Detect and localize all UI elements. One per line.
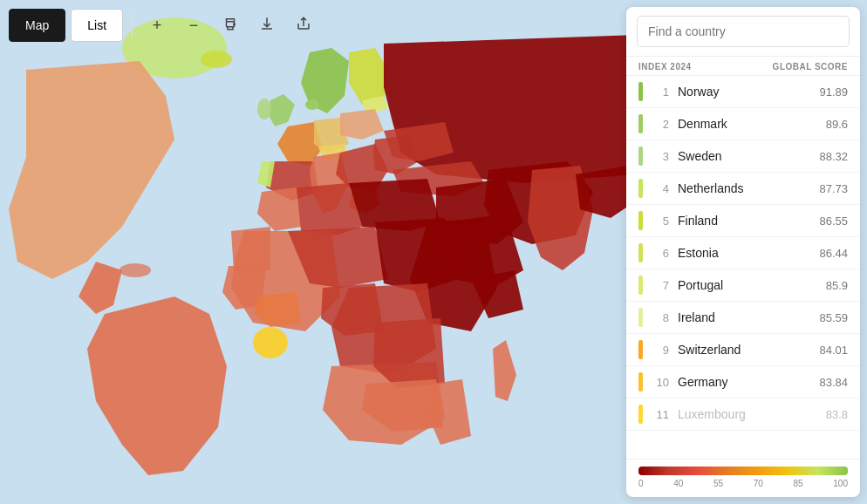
country-rank: 6 (652, 247, 669, 260)
country-row[interactable]: 7Portugal85.9 (626, 269, 860, 302)
country-list: 1Norway91.892Denmark89.63Sweden88.324Net… (626, 76, 860, 459)
print-icon (222, 16, 238, 36)
svg-point-8 (234, 24, 236, 25)
world-map[interactable] (0, 0, 637, 504)
country-rank: 4 (652, 182, 669, 195)
legend-label: 70 (754, 479, 763, 488)
country-name: Portugal (678, 278, 816, 292)
legend-label: 0 (638, 479, 644, 488)
score-color-bar (638, 405, 643, 424)
country-rank: 10 (652, 376, 669, 389)
country-name: Sweden (678, 149, 816, 163)
country-rank: 8 (652, 311, 669, 324)
svg-point-2 (119, 263, 151, 277)
country-rank: 1 (652, 85, 669, 99)
country-score: 88.32 (816, 150, 848, 163)
score-color-bar (638, 243, 643, 262)
search-input[interactable] (637, 16, 850, 47)
country-row[interactable]: 3Sweden88.32 (626, 140, 860, 173)
index-column-header: INDEX 2024 (638, 62, 692, 72)
legend-bar (638, 467, 848, 475)
score-color-bar (638, 276, 643, 295)
country-row[interactable]: 9Switzerland84.01 (626, 334, 860, 366)
country-row[interactable]: 10Germany83.84 (626, 366, 860, 398)
score-color-bar (638, 82, 643, 101)
country-score: 84.01 (816, 344, 848, 357)
score-color-bar (638, 179, 643, 198)
zoom-in-icon: + (153, 17, 162, 35)
svg-point-6 (201, 51, 232, 68)
country-rank: 9 (652, 344, 669, 357)
toolbar: Map List + − (9, 9, 319, 42)
country-name: Denmark (678, 117, 816, 131)
country-name: Norway (678, 85, 816, 99)
country-score: 85.9 (816, 279, 848, 292)
svg-point-5 (253, 327, 288, 358)
country-name: Ireland (678, 310, 816, 324)
legend: 040557085100 (626, 459, 860, 497)
svg-point-3 (257, 99, 271, 119)
country-rank: 3 (652, 150, 669, 163)
table-header: INDEX 2024 GLOBAL SCORE (626, 57, 860, 76)
map-tab[interactable]: Map (9, 9, 65, 42)
country-name: Netherlands (678, 181, 816, 195)
legend-label: 85 (794, 479, 803, 488)
zoom-out-button[interactable]: − (178, 10, 209, 41)
country-row[interactable]: 2Denmark89.6 (626, 108, 860, 140)
country-rank: 7 (652, 279, 669, 292)
country-score: 91.89 (816, 85, 848, 99)
country-rank: 5 (652, 215, 669, 228)
download-button[interactable] (251, 10, 283, 41)
country-name: Estonia (678, 246, 816, 260)
score-color-bar (638, 146, 643, 166)
country-score: 89.6 (816, 118, 848, 131)
country-row[interactable]: 1Norway91.89 (626, 76, 860, 108)
legend-label: 55 (713, 479, 723, 488)
score-column-header: GLOBAL SCORE (773, 62, 848, 72)
country-row[interactable]: 8Ireland85.59 (626, 302, 860, 334)
share-icon (296, 16, 311, 36)
print-button[interactable] (215, 10, 246, 41)
zoom-out-icon: − (189, 17, 199, 35)
country-row[interactable]: 5Finland86.55 (626, 205, 860, 237)
toolbar-separator (132, 12, 133, 38)
country-row[interactable]: 4Netherlands87.73 (626, 173, 860, 205)
country-name: Switzerland (678, 343, 816, 357)
country-name: Finland (678, 214, 816, 228)
search-box (626, 7, 860, 57)
country-score: 85.59 (816, 311, 848, 324)
country-rank: 2 (652, 118, 669, 131)
country-score: 86.44 (816, 247, 848, 260)
country-score: 86.55 (816, 215, 848, 228)
country-rank: 11 (652, 408, 669, 421)
download-icon (259, 16, 275, 36)
list-tab[interactable]: List (71, 9, 123, 42)
country-score: 83.8 (816, 408, 848, 421)
country-score: 87.73 (816, 182, 848, 195)
sidebar: INDEX 2024 GLOBAL SCORE 1Norway91.892Den… (626, 7, 860, 497)
score-color-bar (638, 308, 643, 327)
country-name: Germany (678, 375, 816, 389)
legend-label: 40 (673, 479, 683, 488)
country-row[interactable]: 11Luxembourg83.8 (626, 398, 860, 431)
score-color-bar (638, 340, 643, 359)
score-color-bar (638, 114, 643, 133)
country-score: 83.84 (816, 376, 848, 389)
score-color-bar (638, 372, 643, 392)
legend-label: 100 (833, 479, 848, 488)
score-color-bar (638, 211, 643, 230)
zoom-in-button[interactable]: + (141, 10, 173, 41)
legend-labels: 040557085100 (638, 479, 848, 488)
svg-point-4 (305, 99, 319, 110)
country-row[interactable]: 6Estonia86.44 (626, 237, 860, 269)
country-name: Luxembourg (678, 407, 816, 421)
share-button[interactable] (288, 10, 319, 41)
